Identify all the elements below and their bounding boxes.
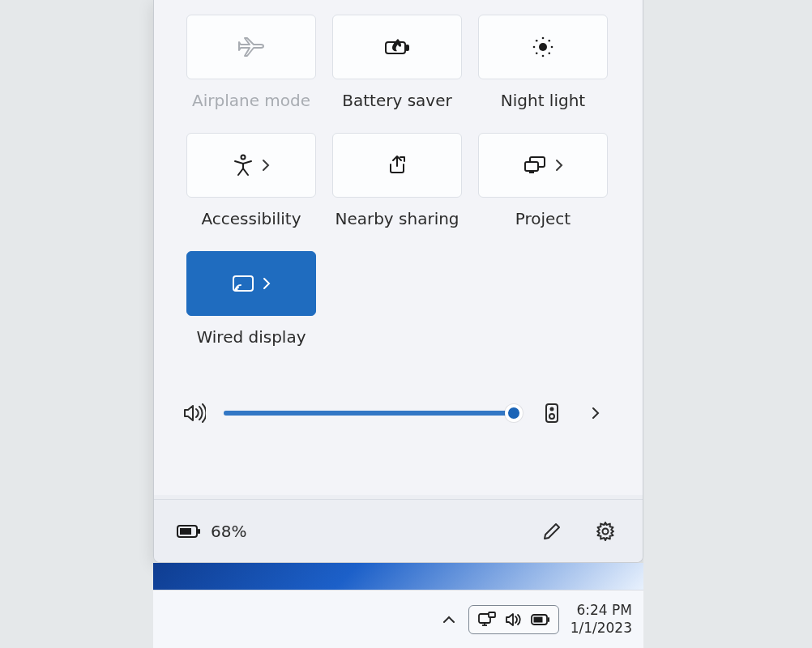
cast-icon bbox=[232, 275, 254, 292]
airplane-mode-button[interactable] bbox=[186, 15, 316, 79]
network-icon bbox=[477, 611, 497, 629]
slider-fill bbox=[224, 411, 514, 416]
tray-quick-settings-cluster[interactable] bbox=[468, 605, 559, 634]
project-button[interactable] bbox=[478, 133, 608, 198]
audio-output-icon[interactable] bbox=[537, 399, 566, 428]
tile-airplane: Airplane mode bbox=[186, 15, 316, 110]
clock-date: 1/1/2023 bbox=[571, 620, 632, 637]
panel-bottom-bar: 68% bbox=[154, 499, 643, 562]
svg-point-2 bbox=[539, 43, 547, 51]
battery-saver-button[interactable] bbox=[332, 15, 462, 79]
clock-time: 6:24 PM bbox=[577, 602, 633, 619]
chevron-right-icon bbox=[555, 159, 563, 172]
battery-tray-icon bbox=[531, 614, 550, 625]
system-tray: 6:24 PM 1/1/2023 bbox=[436, 602, 637, 637]
tile-wired-display: Wired display bbox=[186, 251, 316, 347]
night-light-button[interactable] bbox=[478, 15, 608, 79]
chevron-right-icon bbox=[262, 159, 270, 172]
speaker-tray-icon bbox=[505, 612, 523, 627]
tile-project: Project bbox=[478, 133, 608, 228]
nearby-sharing-button[interactable] bbox=[332, 133, 462, 198]
svg-point-8 bbox=[549, 40, 551, 42]
tile-battery-saver: Battery saver bbox=[332, 15, 462, 110]
svg-point-6 bbox=[551, 46, 553, 49]
tiles-grid: Airplane mode Battery saver bbox=[186, 15, 610, 347]
tile-night-light: Night light bbox=[478, 15, 608, 110]
taskbar: 6:24 PM 1/1/2023 bbox=[153, 590, 643, 648]
svg-point-5 bbox=[533, 46, 536, 49]
desktop-wallpaper-sliver bbox=[153, 563, 643, 590]
tile-label: Night light bbox=[501, 91, 585, 110]
volume-row bbox=[154, 379, 643, 447]
svg-point-15 bbox=[236, 289, 237, 291]
battery-saver-icon bbox=[384, 37, 410, 57]
svg-point-11 bbox=[241, 156, 246, 160]
accessibility-button[interactable] bbox=[186, 133, 316, 198]
svg-rect-20 bbox=[198, 529, 200, 534]
settings-button[interactable] bbox=[591, 517, 620, 546]
battery-status[interactable]: 68% bbox=[177, 522, 246, 541]
svg-point-18 bbox=[549, 414, 554, 419]
svg-point-7 bbox=[536, 40, 538, 42]
chevron-right-icon bbox=[263, 277, 271, 290]
battery-percent-label: 68% bbox=[211, 522, 246, 541]
slider-track bbox=[224, 411, 523, 416]
share-icon bbox=[386, 155, 408, 176]
svg-point-3 bbox=[542, 37, 545, 40]
svg-rect-27 bbox=[533, 616, 542, 622]
edit-button[interactable] bbox=[537, 517, 566, 546]
accessibility-icon bbox=[233, 154, 254, 177]
svg-point-4 bbox=[542, 55, 545, 58]
tile-label: Project bbox=[515, 209, 571, 228]
wired-display-button[interactable] bbox=[186, 251, 316, 316]
svg-point-9 bbox=[536, 53, 538, 55]
tile-label: Nearby sharing bbox=[335, 209, 459, 228]
svg-rect-13 bbox=[525, 162, 538, 171]
tile-nearby-sharing: Nearby sharing bbox=[332, 133, 462, 228]
svg-rect-24 bbox=[489, 612, 495, 617]
tile-accessibility: Accessibility bbox=[186, 133, 316, 228]
svg-rect-26 bbox=[548, 617, 549, 622]
svg-point-10 bbox=[549, 53, 551, 55]
tray-overflow-chevron[interactable] bbox=[436, 607, 462, 633]
night-light-icon bbox=[531, 35, 555, 59]
slider-thumb[interactable] bbox=[505, 404, 523, 422]
tiles-area: Airplane mode Battery saver bbox=[154, 0, 643, 355]
tile-label: Wired display bbox=[196, 327, 306, 347]
battery-icon bbox=[177, 524, 201, 539]
tile-label: Accessibility bbox=[201, 209, 301, 228]
svg-rect-21 bbox=[180, 528, 191, 535]
tile-label: Battery saver bbox=[342, 91, 451, 110]
bottom-actions bbox=[537, 517, 620, 546]
svg-point-22 bbox=[603, 528, 609, 534]
audio-flyout-chevron[interactable] bbox=[581, 399, 610, 428]
speaker-icon[interactable] bbox=[180, 399, 209, 428]
svg-rect-1 bbox=[406, 45, 408, 50]
tile-label: Airplane mode bbox=[192, 91, 310, 110]
volume-slider[interactable] bbox=[224, 403, 523, 423]
quick-settings-panel: Airplane mode Battery saver bbox=[153, 0, 643, 563]
taskbar-clock[interactable]: 6:24 PM 1/1/2023 bbox=[566, 602, 637, 637]
svg-point-17 bbox=[551, 408, 553, 411]
right-empty-region bbox=[643, 0, 812, 648]
project-icon bbox=[523, 156, 547, 175]
airplane-icon bbox=[237, 36, 265, 58]
